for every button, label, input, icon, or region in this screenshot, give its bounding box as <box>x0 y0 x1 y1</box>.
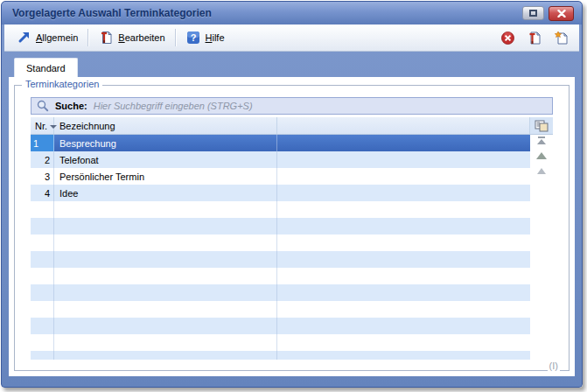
table-header: Nr. Bezeichnung <box>31 117 553 135</box>
cell-nr: 3 <box>31 168 54 185</box>
layout-indicator: (I) <box>548 360 560 371</box>
arrow-up-right-icon <box>17 31 31 45</box>
cell-empty <box>277 185 530 201</box>
column-customize-icon <box>535 120 549 132</box>
dialog-window: Vorgelagerte Auswahl Terminkategorien Al… <box>1 1 583 388</box>
column-header-bezeichnung[interactable]: Bezeichnung <box>54 117 277 134</box>
table-row[interactable]: 4 Idee <box>31 185 530 201</box>
toolbar-label: Allgemein <box>36 32 78 43</box>
table-row[interactable]: 1 Besprechung <box>31 135 530 151</box>
window-body: Standard Terminkategorien Suche: Hier Su… <box>2 52 582 387</box>
move-to-top-button[interactable] <box>535 136 548 146</box>
cell-nr: 4 <box>31 185 54 201</box>
groupbox-terminkategorien: Terminkategorien Suche: Hier Suchbegriff… <box>14 85 570 371</box>
toolbar-separator <box>175 29 177 46</box>
move-to-top-icon <box>535 136 548 146</box>
category-table: Nr. Bezeichnung <box>31 117 553 360</box>
cell-empty <box>277 151 530 168</box>
shade-window-button[interactable] <box>522 6 544 20</box>
toolbar-button-bearbeiten[interactable]: Bearbeiten <box>94 28 170 47</box>
groupbox-label: Terminkategorien <box>22 79 102 89</box>
edit-document-icon <box>99 31 113 45</box>
column-header-empty[interactable] <box>277 117 530 134</box>
move-up-icon <box>535 151 548 161</box>
toolbar-right-icons <box>501 31 572 46</box>
toolbar-label: Hilfe <box>206 32 225 43</box>
delete-button[interactable] <box>501 32 514 45</box>
column-header-nr[interactable]: Nr. <box>31 117 54 134</box>
cell-empty <box>277 135 530 151</box>
column-customize-button[interactable] <box>530 117 553 134</box>
toolbar-button-allgemein[interactable]: Allgemein <box>11 28 83 47</box>
edit-entry-button[interactable] <box>527 31 542 46</box>
cell-bezeichnung: Persönlicher Termin <box>54 168 277 185</box>
search-input[interactable]: Suche: Hier Suchbegriff eingeben (STRG+S… <box>31 97 553 115</box>
tab-page: Terminkategorien Suche: Hier Suchbegriff… <box>9 77 575 376</box>
toolbar-button-hilfe[interactable]: ? Hilfe <box>181 28 230 47</box>
search-placeholder: Hier Suchbegriff eingeben (STRG+S) <box>94 101 253 111</box>
help-icon: ? <box>186 31 200 45</box>
tab-strip: Standard <box>9 58 575 77</box>
shade-window-icon <box>529 10 537 17</box>
table-body: 1 Besprechung 2 Telefonat 3 <box>31 135 530 360</box>
edit-document-icon <box>527 31 542 46</box>
move-up-disabled-button[interactable] <box>535 166 548 176</box>
svg-text:?: ? <box>190 32 196 43</box>
delete-icon <box>501 32 514 45</box>
cell-nr: 2 <box>31 151 54 168</box>
titlebar-buttons <box>522 6 574 21</box>
cell-empty <box>277 168 530 185</box>
table-row[interactable]: 3 Persönlicher Termin <box>31 168 530 185</box>
cell-nr: 1 <box>31 135 54 151</box>
move-up-disabled-icon <box>535 166 548 176</box>
toolbar-label: Bearbeiten <box>118 32 164 43</box>
titlebar[interactable]: Vorgelagerte Auswahl Terminkategorien <box>2 2 582 24</box>
cell-bezeichnung: Telefonat <box>54 151 277 168</box>
row-controls <box>530 135 553 360</box>
table-row[interactable]: 2 Telefonat <box>31 151 530 168</box>
close-icon <box>557 10 566 18</box>
window-title: Vorgelagerte Auswahl Terminkategorien <box>12 7 212 19</box>
close-button[interactable] <box>549 6 574 21</box>
search-label: Suche: <box>55 101 87 111</box>
move-up-button[interactable] <box>535 151 548 161</box>
cell-bezeichnung: Idee <box>54 185 277 201</box>
magnifier-icon <box>37 100 49 112</box>
tab-standard[interactable]: Standard <box>14 58 78 77</box>
new-entry-button[interactable] <box>554 31 569 46</box>
new-document-icon <box>554 31 569 46</box>
toolbar-separator <box>87 29 89 46</box>
cell-bezeichnung: Besprechung <box>54 135 277 151</box>
toolbar: Allgemein Bearbeiten ? <box>4 24 579 52</box>
